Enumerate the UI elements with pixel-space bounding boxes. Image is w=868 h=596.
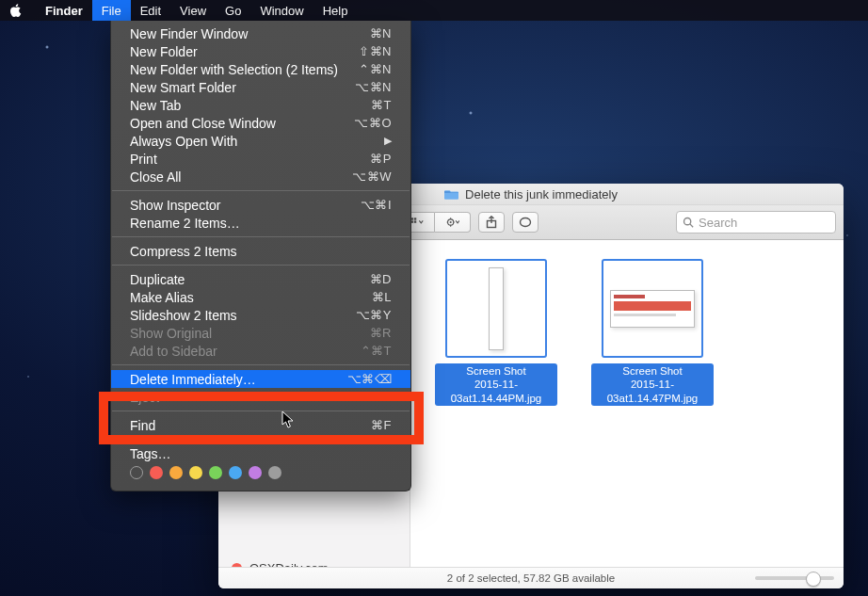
- file-label: Screen Shot2015-11-03at1.14.47PM.jpg: [591, 363, 714, 406]
- tag-orange[interactable]: [169, 466, 183, 479]
- menu-item-eject: Eject⌘E: [111, 388, 410, 406]
- tag-none[interactable]: [130, 466, 143, 479]
- menubar-help[interactable]: Help: [313, 0, 358, 21]
- file-thumbnail: [602, 259, 703, 358]
- menubar-go[interactable]: Go: [216, 0, 250, 21]
- tags-color-row: [111, 462, 410, 481]
- search-placeholder: Search: [699, 216, 737, 230]
- shortcut: ⌃⌘T: [361, 344, 392, 358]
- menubar-app-name[interactable]: Finder: [36, 0, 92, 21]
- submenu-arrow-icon: ▶: [384, 135, 392, 147]
- shortcut: ⌘N: [370, 26, 392, 40]
- shortcut: ⌥⌘O: [354, 116, 392, 130]
- tag-gray[interactable]: [268, 466, 281, 479]
- menu-item-slideshow[interactable]: Slideshow 2 Items⌥⌘Y: [111, 306, 410, 324]
- file-menu-dropdown: New Finder Window⌘N New Folder⇧⌘N New Fo…: [110, 21, 411, 491]
- shortcut: ⌘L: [372, 290, 392, 304]
- share-button[interactable]: [478, 212, 505, 233]
- tags-button[interactable]: [512, 212, 538, 233]
- file-thumbnail: [445, 259, 547, 358]
- finder-file-area[interactable]: Screen Shot2015-11-03at1.14.44PM.jpg Scr…: [410, 240, 844, 567]
- svg-point-24: [521, 218, 531, 227]
- search-field[interactable]: Search: [676, 211, 836, 234]
- shortcut: ⌘E: [370, 390, 392, 404]
- menubar: Finder File Edit View Go Window Help: [0, 0, 868, 21]
- menu-item-open-and-close-window[interactable]: Open and Close Window⌥⌘O: [111, 114, 410, 132]
- menu-item-show-original: Show Original⌘R: [111, 324, 410, 342]
- finder-statusbar: 2 of 2 selected, 57.82 GB available: [218, 567, 844, 588]
- menu-separator: [112, 236, 410, 237]
- menu-item-print[interactable]: Print⌘P: [111, 150, 410, 168]
- svg-rect-13: [411, 217, 413, 219]
- icon-size-slider[interactable]: [755, 576, 834, 580]
- menu-separator: [112, 190, 410, 191]
- menu-item-find[interactable]: Find⌘F: [111, 416, 410, 434]
- shortcut: ⌥⌘Y: [356, 308, 392, 322]
- menu-separator: [112, 411, 410, 411]
- slider-knob[interactable]: [806, 572, 821, 587]
- menu-item-new-folder-with-selection[interactable]: New Folder with Selection (2 Items)⌃⌘N: [111, 60, 410, 78]
- menu-item-compress[interactable]: Compress 2 Items: [111, 242, 410, 260]
- menu-item-duplicate[interactable]: Duplicate⌘D: [111, 270, 410, 288]
- svg-line-26: [690, 224, 693, 227]
- menu-item-rename[interactable]: Rename 2 Items…: [111, 214, 410, 232]
- tag-red[interactable]: [150, 466, 163, 479]
- search-icon: [683, 217, 694, 228]
- gear-icon: [446, 216, 459, 229]
- action-button[interactable]: [435, 212, 471, 233]
- shortcut: ⌥⌘⌫: [347, 372, 393, 386]
- tag-yellow[interactable]: [189, 466, 202, 479]
- menu-item-close-all[interactable]: Close All⌥⌘W: [111, 168, 410, 185]
- window-title-text: Delete this junk immediately: [465, 187, 618, 201]
- window-title: Delete this junk immediately: [444, 187, 618, 201]
- tag-green[interactable]: [209, 466, 222, 479]
- shortcut: ⌘T: [371, 98, 392, 112]
- svg-rect-16: [414, 220, 416, 222]
- menu-item-always-open-with[interactable]: Always Open With▶: [111, 132, 410, 150]
- menubar-view[interactable]: View: [170, 0, 216, 21]
- shortcut: ⌘R: [370, 326, 392, 340]
- apple-menu-icon[interactable]: [9, 4, 23, 17]
- menu-separator: [112, 364, 410, 365]
- shortcut: ⌃⌘N: [359, 62, 392, 76]
- shortcut: ⌥⌘I: [361, 198, 392, 212]
- file-label: Screen Shot2015-11-03at1.14.44PM.jpg: [435, 363, 557, 406]
- folder-icon: [444, 188, 458, 200]
- shortcut: ⌥⌘W: [352, 169, 392, 184]
- menu-item-add-to-sidebar: Add to Sidebar⌃⌘T: [111, 342, 410, 360]
- svg-rect-15: [411, 220, 413, 222]
- shortcut: ⌘D: [370, 272, 392, 286]
- menu-separator: [112, 265, 410, 266]
- menu-item-new-smart-folder[interactable]: New Smart Folder⌥⌘N: [111, 78, 410, 96]
- menu-item-new-finder-window[interactable]: New Finder Window⌘N: [111, 24, 410, 42]
- svg-rect-14: [414, 217, 416, 219]
- tag-icon: [519, 216, 532, 229]
- status-text: 2 of 2 selected, 57.82 GB available: [447, 572, 615, 584]
- menu-item-tags[interactable]: Tags…: [111, 444, 410, 462]
- menubar-file[interactable]: File: [92, 0, 131, 21]
- shortcut: ⌘P: [370, 152, 392, 166]
- shortcut: ⇧⌘N: [359, 44, 392, 58]
- file-item[interactable]: Screen Shot2015-11-03at1.14.47PM.jpg: [591, 259, 714, 406]
- menu-item-new-tab[interactable]: New Tab⌘T: [111, 96, 410, 114]
- svg-point-18: [449, 221, 451, 223]
- arrange-icon: [410, 216, 424, 229]
- menu-item-delete-immediately[interactable]: Delete Immediately…⌥⌘⌫: [111, 370, 410, 388]
- menu-item-new-folder[interactable]: New Folder⇧⌘N: [111, 42, 410, 60]
- tag-purple[interactable]: [249, 466, 262, 479]
- shortcut: ⌘F: [371, 418, 392, 432]
- menubar-window[interactable]: Window: [250, 0, 313, 21]
- menu-item-make-alias[interactable]: Make Alias⌘L: [111, 288, 410, 306]
- shortcut: ⌥⌘N: [355, 80, 392, 94]
- menu-item-show-inspector[interactable]: Show Inspector⌥⌘I: [111, 196, 410, 214]
- file-item[interactable]: Screen Shot2015-11-03at1.14.44PM.jpg: [435, 259, 557, 406]
- tag-blue[interactable]: [229, 466, 242, 479]
- menubar-edit[interactable]: Edit: [131, 0, 170, 21]
- svg-point-25: [684, 218, 691, 225]
- share-icon: [485, 216, 498, 229]
- menu-separator: [112, 439, 410, 440]
